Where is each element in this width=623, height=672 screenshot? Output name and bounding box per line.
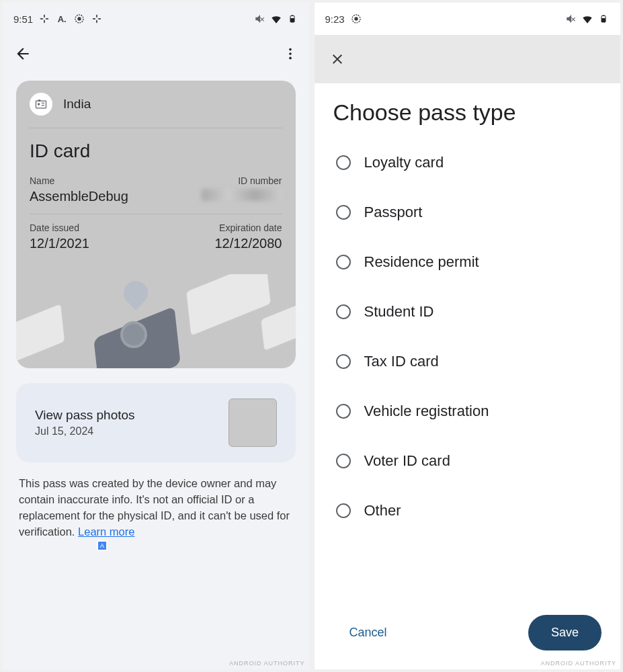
card-illustration	[16, 274, 296, 368]
status-bar: 9:51 A.	[3, 3, 309, 35]
radio-label: Vehicle registration	[364, 403, 489, 420]
wifi-icon	[581, 13, 593, 25]
svg-rect-8	[36, 101, 46, 108]
watermark: ANDROID AUTHORITY	[540, 660, 616, 667]
mute-icon	[565, 13, 577, 25]
svg-point-7	[289, 57, 292, 60]
photos-date: Jul 15, 2024	[35, 425, 135, 437]
radio-label: Other	[364, 502, 401, 519]
id-number-label: ID number	[202, 175, 282, 186]
expiration-label: Expiration date	[214, 222, 282, 233]
svg-point-9	[38, 103, 40, 105]
watermark: ANDROID AUTHORITY	[229, 660, 305, 667]
svg-rect-16	[601, 18, 606, 22]
learn-more-link[interactable]: Learn more	[78, 526, 134, 538]
status-time: 9:51	[13, 13, 33, 25]
radio-icon	[336, 503, 351, 518]
app-bar	[3, 35, 309, 73]
record-icon	[350, 13, 362, 25]
id-number-redacted	[202, 189, 282, 201]
status-time: 9:23	[325, 13, 345, 25]
radio-loyalty-card[interactable]: Loyalty card	[320, 138, 616, 187]
radio-icon	[336, 354, 351, 369]
radio-vehicle-registration[interactable]: Vehicle registration	[320, 386, 616, 436]
radio-student-id[interactable]: Student ID	[320, 287, 616, 337]
radio-icon	[336, 155, 351, 170]
radio-label: Loyalty card	[364, 154, 444, 171]
radio-label: Residence permit	[364, 253, 479, 271]
disclaimer-body: This pass was created by the device owne…	[19, 477, 290, 538]
radio-passport[interactable]: Passport	[320, 187, 616, 237]
svg-point-14	[354, 17, 358, 20]
pass-detail-screen: 9:51 A.	[3, 3, 309, 669]
svg-rect-17	[603, 15, 605, 17]
svg-point-1	[78, 17, 81, 20]
photos-title: View pass photos	[35, 408, 135, 423]
svg-point-6	[289, 52, 292, 55]
section-title: Choose pass type	[315, 83, 621, 134]
name-value: AssembleDebug	[30, 189, 128, 204]
country-label: India	[63, 97, 91, 112]
photo-thumbnail	[229, 398, 277, 447]
modal-header	[315, 35, 621, 83]
radio-icon	[336, 205, 351, 220]
radio-other[interactable]: Other	[320, 486, 616, 536]
disclaimer-text: This pass was created by the device owne…	[19, 476, 293, 540]
cancel-button[interactable]: Cancel	[341, 619, 395, 646]
translate-badge-icon: A	[97, 540, 108, 551]
id-card[interactable]: India ID card Name AssembleDebug ID numb…	[16, 81, 296, 368]
radio-label: Student ID	[364, 303, 434, 321]
radio-tax-id-card[interactable]: Tax ID card	[320, 337, 616, 386]
expiration-value: 12/12/2080	[214, 236, 282, 251]
mute-icon	[254, 13, 266, 25]
radio-voter-id-card[interactable]: Voter ID card	[320, 436, 616, 486]
radio-label: Voter ID card	[364, 452, 450, 470]
battery-icon	[286, 13, 298, 25]
wifi-icon	[270, 13, 282, 25]
radio-residence-permit[interactable]: Residence permit	[320, 237, 616, 287]
svg-rect-3	[290, 18, 294, 22]
radio-icon	[336, 255, 351, 269]
status-bar: 9:23	[315, 3, 621, 35]
back-button[interactable]	[13, 44, 32, 63]
svg-rect-4	[291, 15, 293, 17]
pinwheel-icon-2	[91, 13, 103, 25]
radio-label: Passport	[364, 204, 423, 221]
pinwheel-icon	[38, 13, 50, 25]
more-vert-icon[interactable]	[282, 46, 298, 62]
record-icon	[73, 13, 85, 25]
pass-type-list: Loyalty card Passport Residence permit S…	[315, 134, 621, 607]
card-type: ID card	[30, 140, 282, 162]
battery-icon	[597, 13, 610, 25]
choose-pass-type-screen: 9:23 Choose pass type Loyalty card	[315, 3, 621, 669]
app-a-icon: A.	[56, 13, 68, 25]
close-button[interactable]	[328, 50, 347, 69]
svg-rect-12	[38, 99, 40, 101]
radio-icon	[336, 454, 351, 468]
radio-label: Tax ID card	[364, 353, 439, 370]
save-button[interactable]: Save	[528, 615, 601, 650]
name-label: Name	[30, 175, 128, 186]
view-pass-photos-button[interactable]: View pass photos Jul 15, 2024	[16, 383, 296, 462]
issued-label: Date issued	[30, 222, 89, 233]
svg-point-5	[289, 48, 292, 51]
radio-icon	[336, 404, 351, 419]
radio-icon	[336, 304, 351, 319]
issued-value: 12/1/2021	[30, 236, 89, 251]
id-card-icon	[30, 93, 52, 116]
